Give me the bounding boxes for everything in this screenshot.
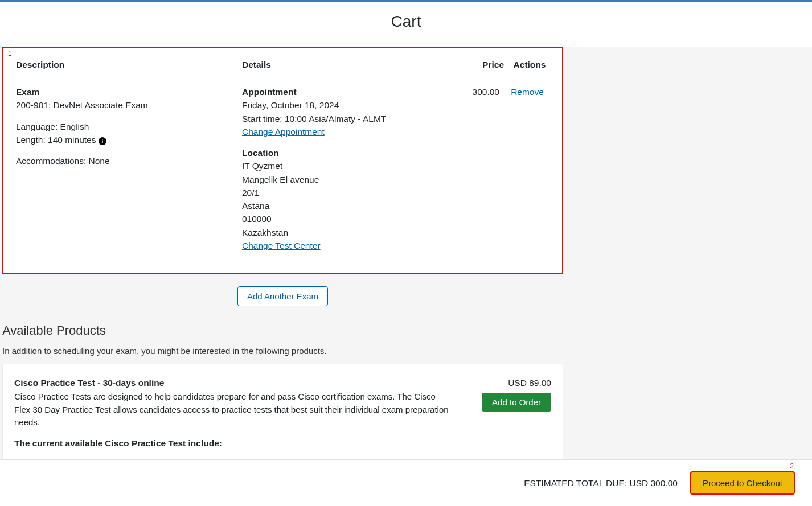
add-another-exam-button[interactable]: Add Another Exam (237, 286, 328, 306)
col-header-description: Description (16, 52, 242, 76)
total-label: ESTIMATED TOTAL DUE: (524, 478, 629, 488)
product-description: Cisco Practice Tests are designed to hel… (14, 390, 449, 429)
col-header-price: Price (458, 52, 504, 76)
highlight-marker-1: 1 (8, 50, 12, 57)
change-appointment-link[interactable]: Change Appointment (242, 127, 325, 137)
cart-row: Exam 200-901: DevNet Associate Exam Lang… (16, 76, 549, 261)
location-line-4: Astana (242, 199, 454, 212)
product-subhead: The current available Cisco Practice Tes… (14, 438, 449, 449)
cart-panel: 1 Description Details Price Actions Exam (2, 47, 563, 274)
exam-length-row: Length: 140 minutes i (16, 133, 237, 146)
exam-accommodations: Accommodations: None (16, 154, 237, 167)
available-products-intro: In addition to scheduling your exam, you… (2, 346, 563, 356)
exam-length: Length: 140 minutes (16, 135, 96, 145)
footer-bar: ESTIMATED TOTAL DUE: USD 300.00 2 Procee… (0, 459, 812, 506)
exam-language: Language: English (16, 120, 237, 133)
add-to-order-button[interactable]: Add to Order (482, 393, 551, 412)
location-line-6: Kazakhstan (242, 226, 454, 239)
appointment-date: Friday, October 18, 2024 (242, 98, 454, 112)
change-test-center-link[interactable]: Change Test Center (242, 241, 321, 250)
location-line-1: IT Qyzmet (242, 159, 454, 172)
appointment-label: Appointment (242, 85, 454, 98)
location-label: Location (242, 146, 454, 159)
product-title: Cisco Practice Test - 30-days online (14, 378, 449, 388)
page-header: Cart (0, 2, 812, 39)
location-line-2: Mangelik El avenue (242, 173, 454, 186)
cart-table: Description Details Price Actions Exam 2… (16, 52, 549, 260)
product-price: USD 89.00 (471, 378, 551, 388)
proceed-to-checkout-button[interactable]: Proceed to Checkout (690, 471, 795, 495)
location-line-5: 010000 (242, 212, 454, 225)
col-header-actions: Actions (504, 52, 549, 76)
highlight-marker-2: 2 (790, 462, 794, 470)
available-products-heading: Available Products (2, 323, 563, 338)
estimated-total: ESTIMATED TOTAL DUE: USD 300.00 (524, 478, 678, 488)
col-header-details: Details (242, 52, 458, 76)
remove-link[interactable]: Remove (511, 87, 544, 97)
location-line-3: 20/1 (242, 186, 454, 199)
total-value: USD 300.00 (629, 478, 677, 488)
item-price: 300.00 (473, 87, 499, 97)
info-icon[interactable]: i (99, 137, 106, 145)
page-title: Cart (0, 13, 812, 31)
exam-label: Exam (16, 85, 237, 98)
appointment-start: Start time: 10:00 Asia/Almaty - ALMT (242, 112, 454, 125)
exam-name: 200-901: DevNet Associate Exam (16, 98, 237, 112)
